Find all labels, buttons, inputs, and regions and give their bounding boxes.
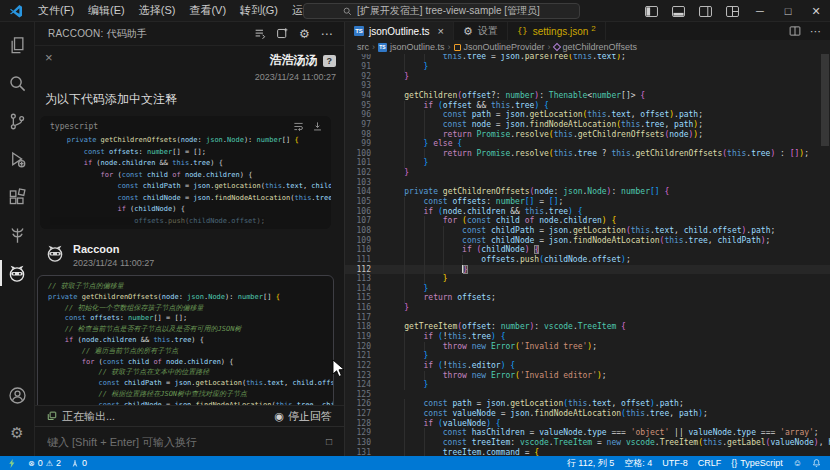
code-line[interactable]: const childPath = json.getLocation(this.… [50,181,331,193]
vertical-scrollbar[interactable] [821,54,829,146]
code-line[interactable]: // 获取子节点在文本中的位置路径 [48,367,333,378]
remote-indicator[interactable] [0,456,23,470]
menu-item[interactable]: 选择(S) [132,3,183,18]
code-line[interactable]: 124 } [345,380,830,390]
customize-layout-icon[interactable] [719,0,746,22]
code-line[interactable]: if (childNode) { [50,204,331,216]
chat-input[interactable] [47,436,318,448]
code-line[interactable]: // 遍历当前节点的所有子节点 [48,346,333,357]
code-line[interactable]: if (node.children && this.tree) { [48,335,333,346]
feedback-smiley-icon[interactable]: ☺ [788,456,807,470]
cursor-position[interactable]: 行 112, 列 5 [562,456,619,470]
word-wrap-icon[interactable] [293,121,304,132]
code-line[interactable]: const childNode = json.findNodeAtLocatio… [50,193,331,205]
source-control-icon[interactable] [0,102,35,140]
new-chat-icon[interactable] [275,26,290,41]
menu-item[interactable]: 查看(V) [182,3,233,18]
back-arrow-icon[interactable]: ← [238,4,250,18]
code-line[interactable]: 96 const path = json.getLocation(this.te… [345,110,830,120]
code-line[interactable]: 90 this.tree = json.parseTree(this.text)… [345,54,830,62]
code-line[interactable]: const childNode = json.findNodeAtLocatio… [48,400,333,405]
account-icon[interactable] [0,376,35,414]
search-icon[interactable] [0,64,35,102]
extensions-icon[interactable] [0,178,35,216]
toggle-secondary-sidebar-icon[interactable] [692,0,719,22]
code-line[interactable]: 106 if (node.children && this.tree) { [345,207,830,217]
tab-设置[interactable]: ⚙设置 [454,22,508,40]
code-line[interactable]: 100 return Promise.resolve(this.tree ? t… [345,149,830,159]
code-line[interactable]: 117 [345,313,830,323]
code-line[interactable]: // 初始化一个空数组保存孩子节点的偏移量 [48,303,333,314]
code-line[interactable]: 130 const treeItem: vscode.TreeItem = ne… [345,438,830,448]
code-line[interactable]: 114 } [345,284,830,294]
command-center-search[interactable]: [扩展开发宿主] tree-view-sample [管理员] [303,3,580,19]
ports-indicator[interactable]: 0 [66,456,92,470]
code-line[interactable]: 105 const offsets: number[] = []; [345,197,830,207]
code-line[interactable]: 127 const valueNode = json.findNodeAtLoc… [345,409,830,419]
history-icon[interactable] [253,26,268,41]
code-line[interactable]: 93 [345,81,830,91]
breadcrumb-item[interactable]: JsonOutlineProvider [454,42,545,52]
tab-settings.json[interactable]: {}settings.json2 [508,22,606,40]
code-line[interactable]: 97 const node = json.findNodeAtLocation(… [345,120,830,130]
forward-arrow-icon[interactable]: → [258,4,270,18]
maximize-button[interactable]: □ [774,0,802,22]
code-line[interactable]: // 根据位置路径在JSON树中查找对应的子节点 [48,389,333,400]
encoding[interactable]: UTF-8 [657,456,693,470]
code-line[interactable]: const offsets: number[] = []; [50,147,331,159]
send-icon[interactable]: □ [326,436,332,447]
code-line[interactable]: 91 } [345,62,830,72]
code-line[interactable]: // 获取子节点的偏移量 [48,281,333,292]
toggle-sidebar-icon[interactable] [638,0,665,22]
breadcrumb-item[interactable]: src [357,42,369,52]
code-line[interactable]: offsets.push(childNode.offset); [50,216,331,228]
minimize-button[interactable]: ─ [746,0,774,22]
indentation[interactable]: 空格: 4 [619,456,657,470]
problems-indicator[interactable]: ⊗0 ⚠2 [23,456,66,470]
run-debug-icon[interactable] [0,140,35,178]
close-icon[interactable]: × [45,52,53,82]
code-line[interactable]: // 检查当前节点是否有子节点以及是否有可用的JSON树 [48,324,333,335]
code-line[interactable]: 92 } [345,72,830,82]
split-editor-icon[interactable] [789,25,801,37]
settings-gear-icon[interactable]: ⚙ [0,414,35,452]
code-line[interactable]: 112 } [345,265,830,275]
code-line[interactable]: 94 getChildren(offset?: number): Thenabl… [345,91,830,101]
code-line[interactable]: 119 if (!this.tree) { [345,332,830,342]
code-line[interactable]: 122 if (!this.editor) { [345,361,830,371]
stop-answer-button[interactable]: ◉ 停止回答 [274,409,332,424]
breadcrumb-item[interactable]: TSjsonOutline.ts [378,42,445,52]
more-actions-icon[interactable]: ⋯ [319,26,334,41]
close-icon[interactable]: × [438,25,444,37]
code-line[interactable]: 116 } [345,303,830,313]
gear-icon[interactable]: ⚙ [297,26,312,41]
code-line[interactable]: for (const child of node.children) { [50,170,331,182]
menu-item[interactable]: 编辑(E) [81,3,132,18]
code-line[interactable]: private getChildrenOffsets(node: json.No… [50,135,331,147]
code-line[interactable]: 102 } [345,168,830,178]
code-line[interactable]: 99 } else { [345,139,830,149]
code-line[interactable]: private getChildrenOffsets(node: json.No… [48,292,333,303]
code-line[interactable]: 110 if (childNode) { [345,245,830,255]
code-line[interactable]: 125 [345,390,830,400]
code-line[interactable]: 104 private getChildrenOffsets(node: jso… [345,187,830,197]
code-viewport[interactable]: 90 this.tree = json.parseTree(this.text)… [345,54,830,456]
code-line[interactable]: 123 throw new Error('Invalid editor'); [345,371,830,381]
user-avatar-badge[interactable]: ? [323,55,337,67]
code-line[interactable]: const childPath = json.getLocation(this.… [48,378,333,389]
code-line[interactable]: 115 return offsets; [345,293,830,303]
menu-item[interactable]: 文件(F) [31,3,81,18]
code-line[interactable]: const offsets: number[] = []; [48,313,333,324]
code-line[interactable]: 95 if (offset && this.tree) { [345,101,830,111]
more-actions-icon[interactable]: ⋯ [810,25,821,38]
tab-jsonOutline.ts[interactable]: TSjsonOutline.ts× [345,22,454,40]
code-line[interactable]: 126 const path = json.getLocation(this.t… [345,399,830,409]
code-line[interactable]: 109 const childNode = json.findNodeAtLoc… [345,236,830,246]
code-line[interactable]: 113 } [345,274,830,284]
code-line[interactable]: 131 treeItem.command = { [345,448,830,456]
code-line[interactable]: 118 getTreeItem(offset: number): vscode.… [345,322,830,332]
code-line[interactable]: 98 return Promise.resolve(this.getChildr… [345,130,830,140]
code-line[interactable]: 121 } [345,351,830,361]
code-line[interactable]: 103 [345,178,830,188]
code-line[interactable]: 101 } [345,158,830,168]
